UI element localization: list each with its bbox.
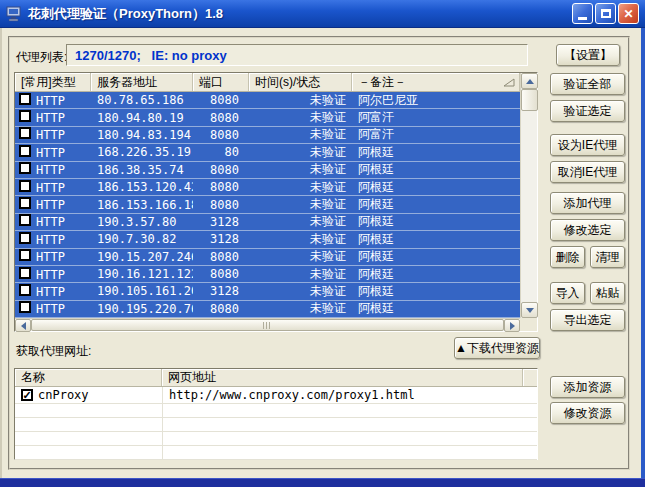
clean-button[interactable]: 清理 <box>590 246 625 268</box>
get-proxy-url-label: 获取代理网址: <box>16 343 91 360</box>
close-icon: ✕ <box>623 7 633 21</box>
modify-selected-button[interactable]: 修改选定 <box>550 219 625 241</box>
arrow-down-icon <box>526 308 534 313</box>
header-resource-url[interactable]: 网页地址 <box>162 369 523 386</box>
maximize-icon <box>601 9 611 18</box>
header-status[interactable]: 时间(s)/状态 <box>249 73 352 91</box>
arrow-left-icon <box>21 322 26 330</box>
horizontal-scroll-thumb[interactable] <box>31 319 504 331</box>
paste-button[interactable]: 粘贴 <box>590 282 625 304</box>
header-address[interactable]: 服务器地址 <box>91 73 193 91</box>
resource-row-empty <box>15 418 537 432</box>
app-icon <box>6 6 23 22</box>
proxy-row[interactable]: HTTP 180.94.83.194 8080 未验证 阿富汗 <box>15 127 520 144</box>
proxy-table-header: [常用]类型 服务器地址 端口 时间(s)/状态 －备注－ <box>15 73 520 92</box>
proxy-list: [常用]类型 服务器地址 端口 时间(s)/状态 －备注－ HTTP 80.78… <box>14 72 538 332</box>
header-type[interactable]: [常用]类型 <box>15 73 91 91</box>
proxy-row[interactable]: HTTP 80.78.65.186 8080 未验证 阿尔巴尼亚 <box>15 92 520 109</box>
scroll-left-button[interactable] <box>15 319 31 332</box>
minimize-icon <box>578 17 587 20</box>
proxy-list-label: 代理列表: <box>16 49 67 66</box>
proxy-row[interactable]: HTTP 190.195.220.76 8080 未验证 阿根廷 <box>15 301 520 318</box>
header-port[interactable]: 端口 <box>193 73 249 91</box>
proxy-row[interactable]: HTTP 180.94.80.19 8080 未验证 阿富汗 <box>15 109 520 126</box>
verify-selected-button[interactable]: 验证选定 <box>550 100 625 122</box>
header-remark[interactable]: －备注－ <box>352 73 520 91</box>
scrollbar-corner <box>520 318 537 331</box>
header-resource-name[interactable]: 名称 <box>15 369 162 386</box>
set-ie-proxy-button[interactable]: 设为IE代理 <box>550 134 625 156</box>
resource-checkbox[interactable]: ✓ <box>21 389 33 401</box>
row-checkbox[interactable] <box>19 180 31 192</box>
resource-row-empty <box>15 404 537 418</box>
scroll-grip <box>263 322 272 329</box>
window-title: 花刺代理验证（ProxyThorn）1.8 <box>28 5 572 23</box>
verify-all-button[interactable]: 验证全部 <box>550 73 625 95</box>
title-bar[interactable]: 花刺代理验证（ProxyThorn）1.8 ✕ <box>0 0 645 28</box>
resource-list: 名称 网页地址 ✓cnProxy http://www.cnproxy.com/… <box>14 368 538 460</box>
download-proxy-resource-button[interactable]: ▲下载代理资源 <box>454 337 540 359</box>
row-checkbox[interactable] <box>19 110 31 122</box>
window-frame-bottom <box>0 478 645 487</box>
row-checkbox[interactable] <box>19 127 31 139</box>
proxy-row[interactable]: HTTP 186.153.166.188 8080 未验证 阿根廷 <box>15 196 520 213</box>
proxy-row[interactable]: HTTP 168.226.35.19 80 未验证 阿根廷 <box>15 144 520 161</box>
scroll-down-button[interactable] <box>521 302 538 318</box>
arrow-up-icon <box>526 79 534 84</box>
resource-row-empty <box>15 432 537 446</box>
resource-rows: ✓cnProxy http://www.cnproxy.com/proxy1.h… <box>15 387 537 460</box>
row-checkbox[interactable] <box>19 284 31 296</box>
resource-table-header: 名称 网页地址 <box>15 369 537 387</box>
resource-row[interactable]: ✓cnProxy http://www.cnproxy.com/proxy1.h… <box>15 387 537 404</box>
cancel-ie-proxy-button[interactable]: 取消IE代理 <box>550 161 625 183</box>
export-selected-button[interactable]: 导出选定 <box>550 309 625 331</box>
vertical-scrollbar[interactable] <box>520 73 537 318</box>
scroll-right-button[interactable] <box>504 319 520 332</box>
proxy-count-status-field: 1270/1270; IE: no proxy <box>66 44 528 66</box>
horizontal-scrollbar[interactable] <box>15 318 520 331</box>
header-resource-tail <box>523 369 537 386</box>
proxy-row[interactable]: HTTP 190.7.30.82 3128 未验证 阿根廷 <box>15 231 520 248</box>
settings-button[interactable]: 【设置】 <box>556 44 620 66</box>
row-checkbox[interactable] <box>19 214 31 226</box>
window-frame-left <box>0 28 2 478</box>
maximize-button[interactable] <box>595 3 616 24</box>
resource-row-empty <box>15 446 537 460</box>
row-checkbox[interactable] <box>19 162 31 174</box>
add-proxy-button[interactable]: 添加代理 <box>550 192 625 214</box>
arrow-right-icon <box>510 322 515 330</box>
row-checkbox[interactable] <box>19 249 31 261</box>
row-checkbox[interactable] <box>19 197 31 209</box>
row-checkbox[interactable] <box>19 301 31 313</box>
minimize-button[interactable] <box>572 3 593 24</box>
import-button[interactable]: 导入 <box>550 282 585 304</box>
app-window: 花刺代理验证（ProxyThorn）1.8 ✕ 代理列表: 1270/1270;… <box>0 0 645 487</box>
row-checkbox[interactable] <box>19 232 31 244</box>
proxy-row[interactable]: HTTP 190.105.161.208 3128 未验证 阿根廷 <box>15 283 520 300</box>
add-resource-button[interactable]: 添加资源 <box>550 376 625 398</box>
delete-button[interactable]: 删除 <box>550 246 585 268</box>
proxy-row[interactable]: HTTP 190.15.207.246 8080 未验证 阿根廷 <box>15 249 520 266</box>
proxy-row[interactable]: HTTP 186.38.35.74 8080 未验证 阿根廷 <box>15 162 520 179</box>
row-checkbox[interactable] <box>19 145 31 157</box>
proxy-row[interactable]: HTTP 190.3.57.80 3128 未验证 阿根廷 <box>15 214 520 231</box>
scroll-up-button[interactable] <box>521 73 538 89</box>
proxy-rows: HTTP 80.78.65.186 8080 未验证 阿尔巴尼亚 HTTP 18… <box>15 92 520 318</box>
proxy-row[interactable]: HTTP 186.153.120.42 8080 未验证 阿根廷 <box>15 179 520 196</box>
row-checkbox[interactable] <box>19 93 31 105</box>
modify-resource-button[interactable]: 修改资源 <box>550 402 625 424</box>
close-button[interactable]: ✕ <box>618 3 639 24</box>
window-frame-right <box>641 28 645 478</box>
sort-indicator-icon <box>503 78 515 87</box>
vertical-scroll-thumb[interactable] <box>521 89 538 111</box>
row-checkbox[interactable] <box>19 267 31 279</box>
proxy-row[interactable]: HTTP 190.16.121.122 8080 未验证 阿根廷 <box>15 266 520 283</box>
